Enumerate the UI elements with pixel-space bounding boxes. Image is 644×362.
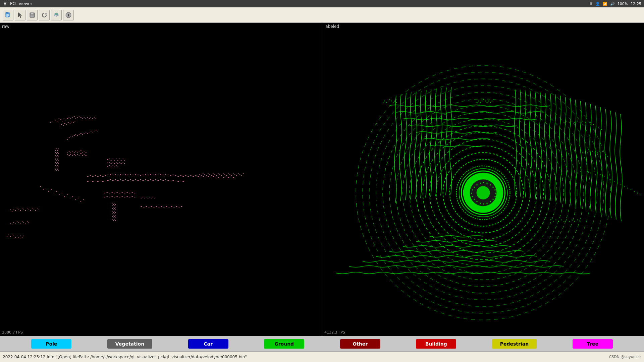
pointer-button[interactable] <box>15 10 25 20</box>
svg-rect-360 <box>113 207 114 207</box>
svg-rect-320 <box>64 123 65 124</box>
svg-rect-399 <box>181 206 182 207</box>
svg-rect-70 <box>107 175 109 175</box>
svg-rect-534 <box>472 196 473 197</box>
svg-rect-64 <box>92 176 94 177</box>
svg-rect-446 <box>610 179 611 180</box>
svg-rect-278 <box>113 165 113 166</box>
svg-rect-345 <box>228 173 228 174</box>
svg-rect-136 <box>125 179 126 180</box>
svg-rect-134 <box>120 179 121 180</box>
svg-rect-407 <box>59 194 60 195</box>
svg-rect-269 <box>116 162 117 163</box>
svg-rect-258 <box>116 159 117 159</box>
svg-rect-398 <box>178 207 179 207</box>
svg-rect-521 <box>486 183 487 184</box>
refresh-button[interactable] <box>39 10 50 20</box>
svg-rect-53 <box>84 133 85 134</box>
svg-rect-466 <box>600 153 601 153</box>
svg-rect-122 <box>90 181 91 181</box>
svg-rect-474 <box>572 121 572 121</box>
svg-rect-188 <box>67 153 68 153</box>
svg-rect-93 <box>165 174 166 175</box>
svg-rect-451 <box>627 188 628 188</box>
svg-rect-457 <box>585 151 586 152</box>
svg-rect-405 <box>54 193 54 193</box>
svg-rect-229 <box>39 209 39 209</box>
save-button[interactable] <box>27 10 38 20</box>
svg-rect-175 <box>58 160 59 161</box>
svg-rect-69 <box>105 175 106 176</box>
svg-rect-96 <box>172 175 174 175</box>
svg-rect-254 <box>109 159 110 159</box>
legend-building[interactable]: Building <box>416 339 456 349</box>
svg-rect-51 <box>80 133 82 134</box>
svg-rect-299 <box>114 197 115 197</box>
svg-rect-267 <box>113 162 113 163</box>
svg-rect-155 <box>172 180 174 181</box>
svg-rect-113 <box>215 177 216 177</box>
svg-rect-364 <box>113 209 114 210</box>
svg-rect-394 <box>168 207 169 207</box>
svg-rect-437 <box>580 171 581 172</box>
svg-rect-514 <box>393 102 393 103</box>
svg-rect-228 <box>37 208 38 208</box>
svg-rect-375 <box>112 216 113 217</box>
svg-rect-140 <box>135 179 136 180</box>
labeled-viewport[interactable]: labeled <box>322 23 644 336</box>
layers-button[interactable] <box>51 10 62 20</box>
svg-rect-296 <box>107 196 108 197</box>
raw-viewport[interactable]: raw <box>0 23 322 336</box>
svg-rect-436 <box>577 173 578 173</box>
svg-rect-440 <box>590 173 591 173</box>
svg-rect-462 <box>594 153 594 153</box>
svg-rect-210 <box>84 154 85 155</box>
svg-rect-321 <box>66 124 67 125</box>
legend-pedestrian[interactable]: Pedestrian <box>492 339 537 349</box>
svg-rect-341 <box>221 175 222 176</box>
svg-rect-535 <box>471 193 472 194</box>
legend-ground[interactable]: Ground <box>264 339 304 349</box>
svg-rect-45 <box>70 136 71 136</box>
svg-rect-118 <box>228 177 229 178</box>
svg-rect-77 <box>125 174 126 175</box>
new-button[interactable] <box>3 10 13 20</box>
legend-vegetation[interactable]: Vegetation <box>107 339 152 349</box>
legend-pole[interactable]: Pole <box>31 339 71 349</box>
svg-rect-415 <box>80 201 81 202</box>
svg-rect-191 <box>72 151 73 152</box>
svg-rect-524 <box>494 189 495 190</box>
svg-rect-131 <box>112 180 114 181</box>
svg-rect-89 <box>155 174 156 175</box>
svg-rect-128 <box>105 181 106 181</box>
legend-other[interactable]: Other <box>340 339 380 349</box>
svg-rect-328 <box>199 174 200 175</box>
svg-rect-259 <box>117 160 118 161</box>
svg-rect-386 <box>149 207 150 207</box>
svg-rect-150 <box>160 179 161 180</box>
svg-rect-355 <box>112 203 113 203</box>
svg-rect-72 <box>112 175 114 175</box>
legend-car[interactable]: Car <box>188 339 228 349</box>
svg-rect-274 <box>124 163 125 164</box>
svg-rect-513 <box>391 101 392 101</box>
svg-rect-404 <box>51 189 52 190</box>
svg-rect-224 <box>30 210 31 211</box>
svg-rect-318 <box>61 124 62 125</box>
svg-rect-84 <box>143 175 144 175</box>
legend-tree[interactable]: Tree <box>573 339 613 349</box>
svg-rect-194 <box>77 152 78 153</box>
svg-rect-357 <box>114 203 115 203</box>
svg-rect-39 <box>91 117 91 118</box>
svg-rect-47 <box>74 135 75 136</box>
svg-rect-27 <box>70 118 71 119</box>
svg-rect-490 <box>561 220 561 220</box>
svg-rect-167 <box>58 153 59 154</box>
svg-rect-198 <box>84 151 85 152</box>
info-button[interactable]: i <box>63 10 74 20</box>
svg-rect-76 <box>122 175 124 175</box>
svg-rect-115 <box>220 177 221 177</box>
svg-rect-311 <box>146 197 147 197</box>
svg-rect-58 <box>92 132 93 132</box>
svg-rect-50 <box>79 134 79 135</box>
